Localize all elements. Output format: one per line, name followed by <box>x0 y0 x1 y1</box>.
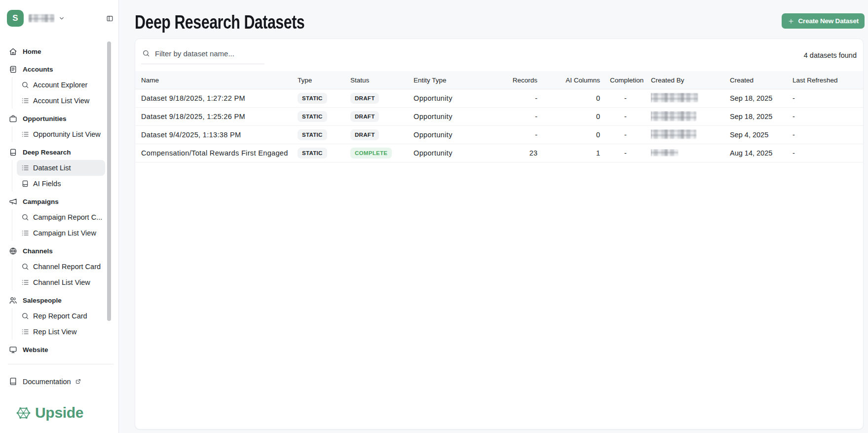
sidebar-item-label: Rep Report Card <box>33 312 87 320</box>
table-row[interactable]: Dataset 9/18/2025, 1:27:22 PMSTATICDRAFT… <box>135 89 863 108</box>
sidebar-item-campaign-list-view[interactable]: Campaign List View <box>17 225 105 241</box>
sidebar-item-accounts[interactable]: Accounts <box>7 61 105 77</box>
sidebar-toggle-icon[interactable] <box>106 15 113 22</box>
home-icon <box>9 47 17 56</box>
status-badge-label: DRAFT <box>350 111 379 122</box>
column-header-last-refreshed[interactable]: Last Refreshed <box>793 77 857 84</box>
column-header-status[interactable]: Status <box>350 77 414 84</box>
column-header-completion[interactable]: Completion <box>600 77 651 84</box>
sidebar-subgroup: Rep Report CardRep List View <box>12 308 105 340</box>
cell-completion: - <box>600 94 651 102</box>
sidebar-scrollbar[interactable] <box>107 41 111 321</box>
sidebar-item-deep-research[interactable]: Deep Research <box>7 144 105 160</box>
sidebar-item-label: Campaigns <box>23 198 59 205</box>
table-row[interactable]: Dataset 9/18/2025, 1:25:26 PMSTATICDRAFT… <box>135 108 863 126</box>
sidebar-item-salespeople[interactable]: Salespeople <box>7 292 105 308</box>
cell-created: Aug 14, 2025 <box>730 149 793 157</box>
cell-created: Sep 4, 2025 <box>730 131 793 139</box>
sidebar-item-channel-report-card[interactable]: Channel Report Card <box>17 259 105 275</box>
column-header-entity-type[interactable]: Entity Type <box>414 77 492 84</box>
sidebar-subgroup: Dataset ListAI Fields <box>12 160 105 192</box>
cell-records: 23 <box>492 149 537 157</box>
cell-entity-type: Opportunity <box>414 113 492 120</box>
sidebar-item-campaigns[interactable]: Campaigns <box>7 194 105 209</box>
upside-logo: Upside <box>16 404 118 421</box>
cell-last-refreshed: - <box>793 149 857 157</box>
sidebar-item-channel-list-view[interactable]: Channel List View <box>17 275 105 290</box>
sidebar-item-dataset-list[interactable]: Dataset List <box>17 160 105 176</box>
column-header-ai-columns[interactable]: AI Columns <box>537 77 600 84</box>
list-icon <box>21 130 29 138</box>
sidebar-item-account-explorer[interactable]: Account Explorer <box>17 77 105 93</box>
sidebar-item-ai-fields[interactable]: AI Fields <box>17 176 105 192</box>
sidebar-item-rep-list-view[interactable]: Rep List View <box>17 324 105 340</box>
created-by-redacted <box>651 149 730 157</box>
sidebar-subgroup: Campaign Report C...Campaign List View <box>12 209 105 241</box>
cell-name: Compensation/Total Rewards First Engaged <box>141 149 298 157</box>
cell-entity-type: Opportunity <box>414 94 492 102</box>
sidebar-subgroup: Opportunity List View <box>12 126 105 142</box>
cell-ai-columns: 0 <box>537 131 600 139</box>
main-content: Deep Research Datasets Create New Datase… <box>119 0 868 433</box>
sidebar-item-documentation[interactable]: Documentation <box>7 373 112 390</box>
cell-ai-columns: 0 <box>537 94 600 102</box>
workspace-header: S <box>0 0 118 27</box>
database-icon <box>9 148 17 157</box>
column-header-name[interactable]: Name <box>141 77 298 84</box>
search-icon <box>21 263 29 271</box>
type-badge: STATIC <box>298 111 350 122</box>
created-by-redacted <box>651 93 730 104</box>
cell-completion: - <box>600 131 651 139</box>
table-row[interactable]: Compensation/Total Rewards First Engaged… <box>135 144 863 162</box>
sidebar-item-campaign-report-c[interactable]: Campaign Report C... <box>17 209 105 225</box>
sidebar-divider <box>8 364 113 364</box>
cell-last-refreshed: - <box>793 113 857 120</box>
column-header-created-by[interactable]: Created By <box>651 77 730 84</box>
sidebar-item-label: Salespeople <box>23 297 62 304</box>
table-row[interactable]: Dataset 9/4/2025, 1:13:38 PMSTATICDRAFTO… <box>135 126 863 144</box>
create-new-dataset-button[interactable]: Create New Dataset <box>782 13 865 29</box>
notebook-icon <box>9 65 17 74</box>
created-by-redacted <box>651 111 730 122</box>
redacted-name <box>651 129 696 139</box>
status-badge-label: DRAFT <box>350 129 379 140</box>
column-header-created[interactable]: Created <box>730 77 793 84</box>
sidebar-item-website[interactable]: Website <box>7 342 105 357</box>
type-badge: STATIC <box>298 93 350 104</box>
cell-last-refreshed: - <box>793 94 857 102</box>
chevron-down-icon[interactable] <box>58 15 65 22</box>
workspace-avatar[interactable]: S <box>7 10 24 27</box>
sidebar-item-label: Opportunities <box>23 115 67 122</box>
database-icon <box>21 180 29 188</box>
column-header-type[interactable]: Type <box>298 77 350 84</box>
search-icon <box>142 49 150 57</box>
cell-name: Dataset 9/18/2025, 1:27:22 PM <box>141 94 298 102</box>
status-badge: COMPLETE <box>350 148 414 158</box>
sidebar-item-channels[interactable]: Channels <box>7 243 105 259</box>
sidebar: S HomeAccountsAccount ExplorerAccount Li… <box>0 0 119 433</box>
sidebar-item-label: Accounts <box>23 66 53 73</box>
sidebar-item-label: Home <box>23 48 41 55</box>
sidebar-item-label: Deep Research <box>23 149 71 156</box>
sidebar-item-opportunity-list-view[interactable]: Opportunity List View <box>17 126 105 142</box>
redacted-name <box>651 111 696 121</box>
sidebar-subgroup: Channel Report CardChannel List View <box>12 259 105 290</box>
status-badge-label: COMPLETE <box>350 148 392 158</box>
sidebar-item-label: Campaign Report C... <box>33 213 102 221</box>
sidebar-item-label: Account List View <box>33 97 89 105</box>
sidebar-item-label: Account Explorer <box>33 81 87 89</box>
cell-created: Sep 18, 2025 <box>730 113 793 120</box>
sidebar-item-home[interactable]: Home <box>7 43 105 59</box>
sidebar-item-rep-report-card[interactable]: Rep Report Card <box>17 308 105 324</box>
sidebar-item-label: Channel List View <box>33 278 90 286</box>
sidebar-item-account-list-view[interactable]: Account List View <box>17 93 105 109</box>
sidebar-item-label: Opportunity List View <box>33 130 101 138</box>
cell-ai-columns: 0 <box>537 113 600 120</box>
filter-input[interactable] <box>155 49 264 58</box>
sidebar-item-opportunities[interactable]: Opportunities <box>7 111 105 126</box>
column-header-records[interactable]: Records <box>492 77 537 84</box>
sidebar-subgroup: Account ExplorerAccount List View <box>12 77 105 109</box>
page-title: Deep Research Datasets <box>135 12 304 33</box>
sidebar-item-label: Channels <box>23 247 53 255</box>
type-badge-label: STATIC <box>298 93 327 104</box>
